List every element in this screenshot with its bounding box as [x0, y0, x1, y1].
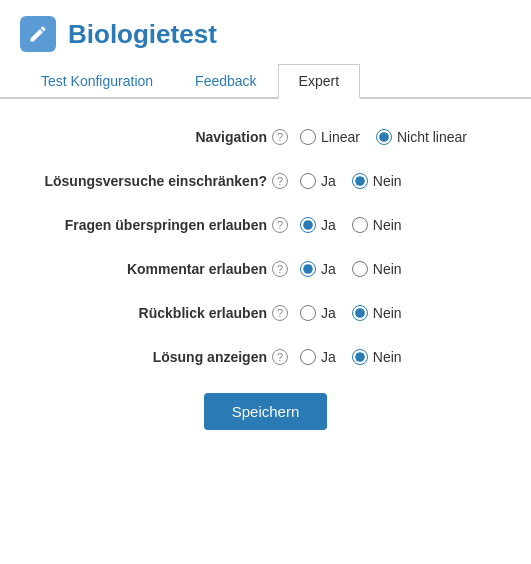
- fragen-ueberspringen-row: Fragen überspringen erlauben ? Ja Nein: [40, 217, 491, 233]
- navigation-nicht-linear-radio[interactable]: [376, 129, 392, 145]
- navigation-linear-option[interactable]: Linear: [300, 129, 360, 145]
- fragen-ueberspringen-nein-option[interactable]: Nein: [352, 217, 402, 233]
- rueckblick-nein-radio[interactable]: [352, 305, 368, 321]
- loesungsversuche-nein-option[interactable]: Nein: [352, 173, 402, 189]
- loesungsversuche-radio-group: Ja Nein: [300, 173, 491, 189]
- tab-bar: Test Konfiguration Feedback Expert: [0, 64, 531, 99]
- kommentar-radio-group: Ja Nein: [300, 261, 491, 277]
- form-content: Navigation ? Linear Nicht linear Lösungs…: [0, 99, 531, 450]
- loesung-anzeigen-row: Lösung anzeigen ? Ja Nein: [40, 349, 491, 365]
- kommentar-row: Kommentar erlauben ? Ja Nein: [40, 261, 491, 277]
- rueckblick-nein-option[interactable]: Nein: [352, 305, 402, 321]
- loesungsversuche-label: Lösungsversuche einschränken? ?: [40, 173, 300, 189]
- loesungsversuche-ja-radio[interactable]: [300, 173, 316, 189]
- loesungsversuche-row: Lösungsversuche einschränken? ? Ja Nein: [40, 173, 491, 189]
- rueckblick-nein-label: Nein: [373, 305, 402, 321]
- loesung-anzeigen-help-icon[interactable]: ?: [272, 349, 288, 365]
- fragen-ueberspringen-radio-group: Ja Nein: [300, 217, 491, 233]
- fragen-ueberspringen-ja-option[interactable]: Ja: [300, 217, 336, 233]
- loesung-anzeigen-nein-label: Nein: [373, 349, 402, 365]
- fragen-ueberspringen-label: Fragen überspringen erlauben ?: [40, 217, 300, 233]
- navigation-help-icon[interactable]: ?: [272, 129, 288, 145]
- loesungsversuche-help-icon[interactable]: ?: [272, 173, 288, 189]
- navigation-nicht-linear-label: Nicht linear: [397, 129, 467, 145]
- navigation-label: Navigation ?: [40, 129, 300, 145]
- loesung-anzeigen-nein-radio[interactable]: [352, 349, 368, 365]
- loesung-anzeigen-ja-option[interactable]: Ja: [300, 349, 336, 365]
- loesungsversuche-nein-radio[interactable]: [352, 173, 368, 189]
- tab-expert[interactable]: Expert: [278, 64, 360, 99]
- page-header: Biologietest: [0, 0, 531, 60]
- fragen-ueberspringen-nein-label: Nein: [373, 217, 402, 233]
- fragen-ueberspringen-ja-label: Ja: [321, 217, 336, 233]
- loesung-anzeigen-radio-group: Ja Nein: [300, 349, 491, 365]
- kommentar-nein-radio[interactable]: [352, 261, 368, 277]
- rueckblick-radio-group: Ja Nein: [300, 305, 491, 321]
- edit-icon: [28, 24, 48, 44]
- loesung-anzeigen-label: Lösung anzeigen ?: [40, 349, 300, 365]
- loesung-anzeigen-nein-option[interactable]: Nein: [352, 349, 402, 365]
- rueckblick-help-icon[interactable]: ?: [272, 305, 288, 321]
- kommentar-label: Kommentar erlauben ?: [40, 261, 300, 277]
- fragen-ueberspringen-ja-radio[interactable]: [300, 217, 316, 233]
- page-icon: [20, 16, 56, 52]
- tab-test-konfiguration[interactable]: Test Konfiguration: [20, 64, 174, 99]
- tab-feedback[interactable]: Feedback: [174, 64, 277, 99]
- fragen-ueberspringen-help-icon[interactable]: ?: [272, 217, 288, 233]
- kommentar-nein-option[interactable]: Nein: [352, 261, 402, 277]
- page-title: Biologietest: [68, 19, 217, 50]
- navigation-radio-group: Linear Nicht linear: [300, 129, 491, 145]
- fragen-ueberspringen-nein-radio[interactable]: [352, 217, 368, 233]
- loesungsversuche-ja-label: Ja: [321, 173, 336, 189]
- navigation-nicht-linear-option[interactable]: Nicht linear: [376, 129, 467, 145]
- navigation-linear-radio[interactable]: [300, 129, 316, 145]
- rueckblick-label: Rückblick erlauben ?: [40, 305, 300, 321]
- save-row: Speichern: [40, 393, 491, 430]
- kommentar-ja-radio[interactable]: [300, 261, 316, 277]
- navigation-linear-label: Linear: [321, 129, 360, 145]
- kommentar-ja-option[interactable]: Ja: [300, 261, 336, 277]
- save-button[interactable]: Speichern: [204, 393, 328, 430]
- kommentar-ja-label: Ja: [321, 261, 336, 277]
- rueckblick-ja-option[interactable]: Ja: [300, 305, 336, 321]
- rueckblick-ja-radio[interactable]: [300, 305, 316, 321]
- kommentar-nein-label: Nein: [373, 261, 402, 277]
- loesung-anzeigen-ja-radio[interactable]: [300, 349, 316, 365]
- kommentar-help-icon[interactable]: ?: [272, 261, 288, 277]
- loesungsversuche-ja-option[interactable]: Ja: [300, 173, 336, 189]
- rueckblick-ja-label: Ja: [321, 305, 336, 321]
- navigation-row: Navigation ? Linear Nicht linear: [40, 129, 491, 145]
- loesungsversuche-nein-label: Nein: [373, 173, 402, 189]
- loesung-anzeigen-ja-label: Ja: [321, 349, 336, 365]
- rueckblick-row: Rückblick erlauben ? Ja Nein: [40, 305, 491, 321]
